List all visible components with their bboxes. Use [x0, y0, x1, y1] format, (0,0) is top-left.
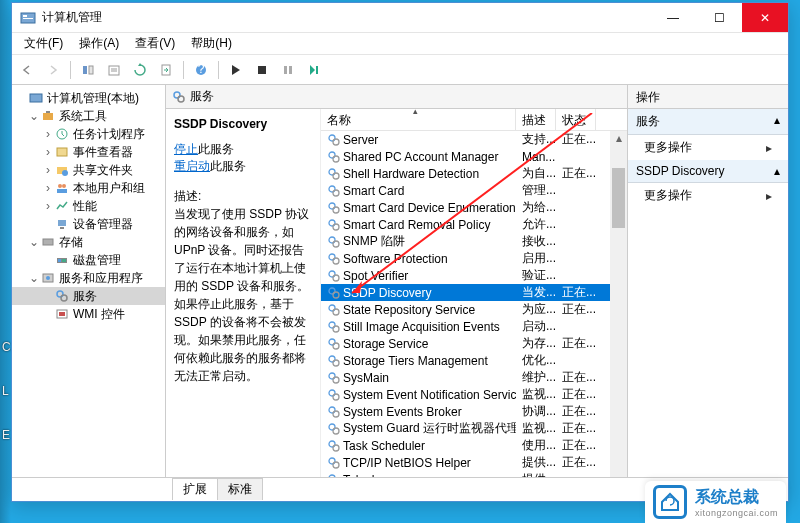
scrollbar-thumb[interactable] — [612, 168, 625, 228]
tree-event-viewer[interactable]: ›事件查看器 — [12, 143, 165, 161]
menu-file[interactable]: 文件(F) — [16, 33, 71, 54]
tree-system-tools[interactable]: ⌄系统工具 — [12, 107, 165, 125]
toolbar: ? — [12, 55, 788, 85]
service-row[interactable]: Storage Service为存...正在... — [321, 335, 627, 352]
tree-shared-folders[interactable]: ›共享文件夹 — [12, 161, 165, 179]
service-desc: 为应... — [516, 301, 556, 318]
service-row[interactable]: SysMain维护...正在... — [321, 369, 627, 386]
minimize-button[interactable] — [650, 3, 696, 32]
service-row[interactable]: Smart Card Device Enumeration Service为给.… — [321, 199, 627, 216]
service-desc: 管理... — [516, 182, 556, 199]
menu-action[interactable]: 操作(A) — [71, 33, 127, 54]
service-row[interactable]: Smart Card管理... — [321, 182, 627, 199]
service-desc: 协调... — [516, 403, 556, 420]
service-desc: 为给... — [516, 199, 556, 216]
tree-storage[interactable]: ⌄存储 — [12, 233, 165, 251]
service-row[interactable]: Still Image Acquisition Events启动... — [321, 318, 627, 335]
show-hide-button[interactable] — [77, 59, 99, 81]
tab-standard[interactable]: 标准 — [217, 478, 263, 500]
service-desc: 接收... — [516, 233, 556, 250]
export-button[interactable] — [155, 59, 177, 81]
refresh-button[interactable] — [129, 59, 151, 81]
service-name: Shared PC Account Manager — [343, 150, 498, 164]
svg-rect-23 — [57, 189, 67, 193]
service-status: 正在... — [556, 420, 596, 437]
service-row[interactable]: SNMP 陷阱接收... — [321, 233, 627, 250]
pause-button[interactable] — [277, 59, 299, 81]
action-more-selected[interactable]: 更多操作▸ — [628, 183, 788, 208]
service-icon — [327, 371, 341, 385]
menubar: 文件(F) 操作(A) 查看(V) 帮助(H) — [12, 33, 788, 55]
service-row[interactable]: TCP/IP NetBIOS Helper提供...正在... — [321, 454, 627, 471]
service-row[interactable]: Storage Tiers Management优化... — [321, 352, 627, 369]
stop-service-link[interactable]: 停止 — [174, 142, 198, 156]
start-button[interactable] — [225, 59, 247, 81]
service-row[interactable]: Smart Card Removal Policy允许... — [321, 216, 627, 233]
column-name[interactable]: 名称 — [321, 109, 516, 130]
help-button[interactable]: ? — [190, 59, 212, 81]
service-row[interactable]: Task Scheduler使用...正在... — [321, 437, 627, 454]
tree-task-scheduler[interactable]: ›任务计划程序 — [12, 125, 165, 143]
service-row[interactable]: System Event Notification Service监视...正在… — [321, 386, 627, 403]
service-row[interactable]: System Events Broker协调...正在... — [321, 403, 627, 420]
service-row[interactable]: Software Protection启用... — [321, 250, 627, 267]
stop-button[interactable] — [251, 59, 273, 81]
service-icon — [327, 150, 341, 164]
column-status[interactable]: 状态 — [556, 109, 596, 130]
service-name: Storage Tiers Management — [343, 354, 488, 368]
back-button[interactable] — [16, 59, 38, 81]
service-icon — [327, 320, 341, 334]
tree-device-manager[interactable]: 设备管理器 — [12, 215, 165, 233]
svg-rect-16 — [43, 113, 53, 120]
tree-disk-management[interactable]: 磁盘管理 — [12, 251, 165, 269]
tree-services[interactable]: 服务 — [12, 287, 165, 305]
svg-point-63 — [333, 343, 339, 349]
service-name: SSDP Discovery — [343, 286, 431, 300]
tree-root[interactable]: 计算机管理(本地) — [12, 89, 165, 107]
tree-performance[interactable]: ›性能 — [12, 197, 165, 215]
svg-point-61 — [333, 326, 339, 332]
actions-panel: 操作 服务▴ 更多操作▸ SSDP Discovery▴ 更多操作▸ — [628, 85, 788, 477]
restart-service-link[interactable]: 重启动 — [174, 159, 210, 173]
service-name: Smart Card — [343, 184, 404, 198]
forward-button[interactable] — [42, 59, 64, 81]
service-icon — [327, 133, 341, 147]
restart-button[interactable] — [303, 59, 325, 81]
service-name: SNMP 陷阱 — [343, 233, 405, 250]
service-desc: 为自... — [516, 165, 556, 182]
navigation-tree[interactable]: 计算机管理(本地) ⌄系统工具 ›任务计划程序 ›事件查看器 ›共享文件夹 ›本… — [12, 85, 166, 477]
menu-view[interactable]: 查看(V) — [127, 33, 183, 54]
actions-section-services[interactable]: 服务▴ — [628, 109, 788, 135]
svg-point-51 — [333, 241, 339, 247]
menu-help[interactable]: 帮助(H) — [183, 33, 240, 54]
service-row[interactable]: Shell Hardware Detection为自...正在... — [321, 165, 627, 182]
properties-button[interactable] — [103, 59, 125, 81]
service-row[interactable]: State Repository Service为应...正在... — [321, 301, 627, 318]
tab-extended[interactable]: 扩展 — [172, 478, 218, 500]
tree-wmi[interactable]: WMI 控件 — [12, 305, 165, 323]
maximize-button[interactable] — [696, 3, 742, 32]
watermark: 系统总裁 xitongzongcai.com — [645, 481, 786, 523]
scrollbar[interactable]: ▴ — [610, 131, 627, 477]
action-more-services[interactable]: 更多操作▸ — [628, 135, 788, 160]
tree-services-apps[interactable]: ⌄服务和应用程序 — [12, 269, 165, 287]
service-icon — [327, 269, 341, 283]
service-status: 正在... — [556, 335, 596, 352]
service-row[interactable]: System Guard 运行时监视器代理监视...正在... — [321, 420, 627, 437]
service-row[interactable]: SSDP Discovery当发...正在... — [321, 284, 627, 301]
service-icon — [327, 439, 341, 453]
service-desc: 监视... — [516, 420, 556, 437]
tree-local-users[interactable]: ›本地用户和组 — [12, 179, 165, 197]
column-desc[interactable]: 描述 — [516, 109, 556, 130]
service-row[interactable]: Spot Verifier验证... — [321, 267, 627, 284]
actions-section-selected[interactable]: SSDP Discovery▴ — [628, 160, 788, 183]
services-list[interactable]: ▴ 名称 描述 状态 Server支持...正在...Shared PC Acc… — [321, 109, 627, 477]
service-row[interactable]: Telephony提供... — [321, 471, 627, 477]
service-status: 正在... — [556, 369, 596, 386]
service-desc: Man... — [516, 150, 556, 164]
service-row[interactable]: Shared PC Account ManagerMan... — [321, 148, 627, 165]
titlebar[interactable]: 计算机管理 — [12, 3, 788, 33]
svg-rect-1 — [23, 15, 27, 17]
service-row[interactable]: Server支持...正在... — [321, 131, 627, 148]
close-button[interactable] — [742, 3, 788, 32]
